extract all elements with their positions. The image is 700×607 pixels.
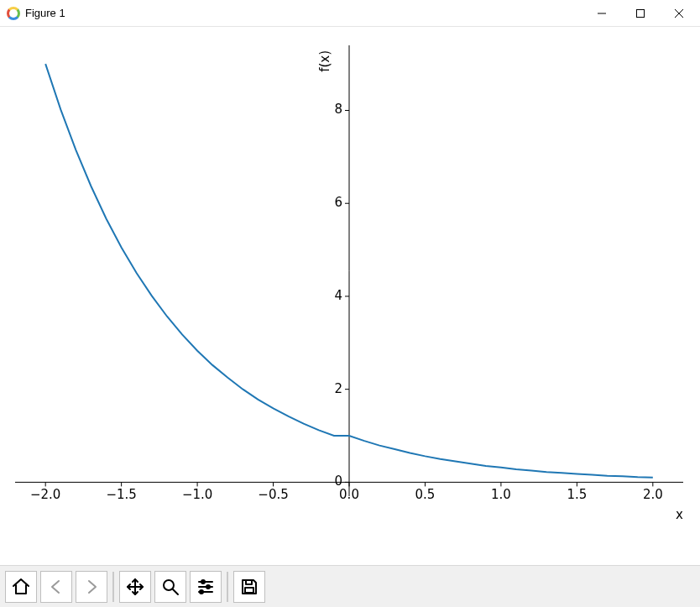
- pan-button[interactable]: [119, 571, 151, 603]
- sliders-icon: [196, 577, 216, 597]
- minimize-button[interactable]: [582, 0, 621, 27]
- window-title: Figure 1: [25, 7, 65, 19]
- svg-rect-1: [637, 9, 645, 17]
- svg-rect-12: [245, 588, 253, 593]
- close-button[interactable]: [660, 0, 698, 27]
- arrow-right-icon: [81, 577, 102, 597]
- plot-area[interactable]: [0, 27, 700, 565]
- svg-point-9: [206, 585, 210, 589]
- magnifier-icon: [160, 577, 180, 597]
- back-button[interactable]: [40, 571, 72, 603]
- arrow-left-icon: [46, 577, 66, 597]
- svg-line-5: [173, 589, 178, 594]
- minimize-icon: [597, 8, 607, 18]
- configure-subplots-button[interactable]: [190, 571, 222, 603]
- home-icon: [11, 577, 31, 597]
- close-icon: [674, 8, 684, 18]
- chart-canvas: [0, 27, 700, 565]
- svg-point-4: [164, 580, 174, 590]
- forward-button[interactable]: [76, 571, 107, 603]
- move-icon: [125, 577, 145, 597]
- save-icon: [239, 577, 259, 597]
- zoom-button[interactable]: [154, 571, 186, 603]
- maximize-icon: [635, 8, 645, 18]
- svg-point-7: [201, 580, 205, 583]
- save-button[interactable]: [233, 571, 265, 603]
- toolbar-separator: [112, 572, 114, 602]
- app-icon: [7, 7, 20, 20]
- window-titlebar: Figure 1: [0, 0, 700, 27]
- home-button[interactable]: [5, 571, 37, 603]
- svg-point-11: [200, 590, 203, 594]
- navigation-toolbar: [0, 565, 700, 607]
- maximize-button[interactable]: [621, 0, 660, 27]
- svg-rect-13: [246, 580, 252, 584]
- toolbar-separator: [227, 572, 228, 602]
